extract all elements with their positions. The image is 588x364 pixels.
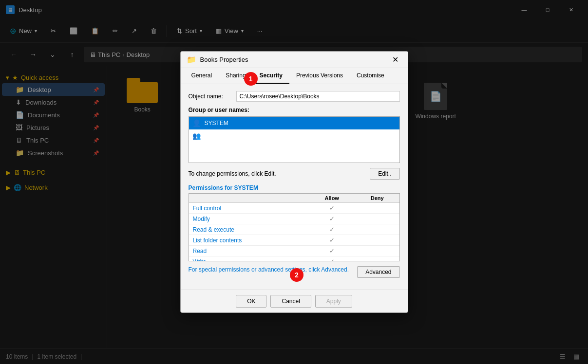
perm-allow: ✓ [309, 246, 356, 256]
permissions-table-wrap: Allow Deny Full control✓Modify✓Read & ex… [189, 193, 400, 261]
perm-col-name [189, 194, 309, 203]
permissions-table: Allow Deny Full control✓Modify✓Read & ex… [189, 194, 399, 261]
perm-name: Write [189, 256, 309, 262]
modal-title-bar: 📁 Books Properties ✕ [181, 52, 408, 68]
modal-folder-icon: 📁 [187, 55, 196, 64]
cancel-button[interactable]: Cancel [270, 295, 311, 308]
table-row: Write✓ [189, 256, 399, 262]
perm-allow: ✓ [309, 203, 356, 214]
group-label: Group or user names: [189, 107, 400, 113]
perm-deny [355, 203, 399, 214]
modal-close-button[interactable]: ✕ [389, 54, 402, 66]
perm-allow: ✓ [309, 235, 356, 246]
tab-general[interactable]: General [185, 68, 219, 84]
modal-body: Object name: C:\Users\rosee\Desktop\Book… [181, 84, 408, 290]
permissions-label: Permissions for SYSTEM [189, 184, 400, 191]
advanced-button[interactable]: Advanced [357, 266, 399, 278]
modal-tabs: General Sharing Security Previous Versio… [181, 68, 408, 84]
annotation-badge-2: 2 [290, 268, 303, 282]
perm-col-allow: Allow [309, 194, 356, 203]
perm-col-deny: Deny [355, 194, 399, 203]
user-item-system[interactable]: 👤 SYSTEM [189, 117, 399, 129]
books-properties-modal: 1 📁 Books Properties ✕ General Sharing S… [180, 51, 408, 313]
perm-allow: ✓ [309, 256, 356, 262]
edit-button[interactable]: Edit.. [370, 168, 399, 180]
perm-name: Read & execute [189, 224, 309, 235]
object-name-row: Object name: C:\Users\rosee\Desktop\Book… [189, 91, 400, 102]
perm-deny [355, 214, 399, 224]
ok-button[interactable]: OK [236, 295, 266, 308]
object-name-label: Object name: [189, 93, 232, 100]
special-row: For special permissions or advanced sett… [189, 266, 400, 278]
perm-allow: ✓ [309, 214, 356, 224]
change-perm-row: To change permissions, click Edit. Edit.… [189, 168, 400, 180]
perm-name: Full control [189, 203, 309, 214]
perm-deny [355, 235, 399, 246]
table-row: List folder contents✓ [189, 235, 399, 246]
tab-customise[interactable]: Customise [350, 68, 391, 84]
apply-button[interactable]: Apply [315, 295, 352, 308]
annotation-badge-1: 1 [244, 72, 258, 86]
special-text: For special permissions or advanced sett… [189, 266, 353, 273]
perm-deny [355, 224, 399, 235]
perm-allow: ✓ [309, 224, 356, 235]
table-row: Modify✓ [189, 214, 399, 224]
change-perm-text: To change permissions, click Edit. [189, 170, 276, 177]
tab-security[interactable]: Security [253, 68, 289, 84]
table-row: Read✓ [189, 246, 399, 256]
modal-overlay: 1 📁 Books Properties ✕ General Sharing S… [0, 0, 588, 364]
user-icon-system: 👤 [192, 118, 202, 128]
modal-footer: OK Cancel Apply [181, 290, 408, 312]
user-icon-2: 👥 [192, 131, 202, 141]
user-list[interactable]: 👤 SYSTEM 👥 [189, 116, 400, 163]
tab-previous-versions[interactable]: Previous Versions [289, 68, 350, 84]
perm-name: List folder contents [189, 235, 309, 246]
table-row: Full control✓ [189, 203, 399, 214]
perm-deny [355, 246, 399, 256]
perm-deny [355, 256, 399, 262]
user-item-2[interactable]: 👥 [189, 129, 399, 142]
perm-name: Modify [189, 214, 309, 224]
table-row: Read & execute✓ [189, 224, 399, 235]
object-name-value: C:\Users\rosee\Desktop\Books [236, 91, 400, 102]
perm-name: Read [189, 246, 309, 256]
modal-title: Books Properties [200, 56, 385, 63]
